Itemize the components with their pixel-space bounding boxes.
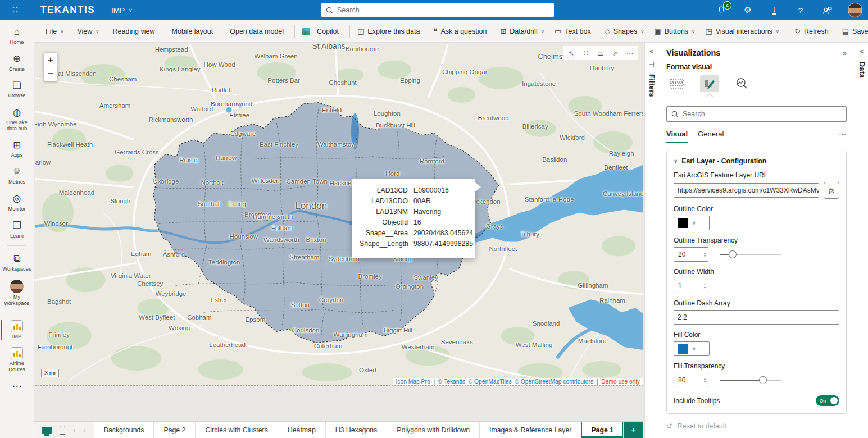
nav-item[interactable]: [7, 245, 26, 246]
nav-item[interactable]: [7, 313, 26, 313]
ribbon-item[interactable]: ❝ Ask a question: [428, 20, 495, 43]
attribution-link[interactable]: |: [432, 378, 437, 385]
spinner-arrows[interactable]: ▴▾: [704, 251, 708, 258]
fill-transparency-spinner[interactable]: 80 ▴▾: [674, 373, 708, 387]
search-input[interactable]: [337, 6, 549, 14]
nav-item[interactable]: ❐ Learn: [1, 218, 33, 240]
attribution-link[interactable]: |: [595, 378, 599, 385]
fill-transparency-slider[interactable]: [720, 376, 781, 384]
pin-pane-icon[interactable]: ⊣: [648, 61, 654, 69]
user-avatar[interactable]: [848, 3, 862, 17]
outline-transparency-slider[interactable]: [720, 250, 781, 258]
ribbon-item[interactable]: ▭ Text box: [549, 20, 599, 43]
settings-icon[interactable]: ⚙: [742, 4, 753, 16]
page-tab[interactable]: Circles with Clusters: [196, 422, 278, 438]
ribbon-item[interactable]: File ∨: [37, 20, 69, 43]
attribution-link[interactable]: Icon Map Pro: [396, 378, 430, 385]
download-icon[interactable]: ↓: [769, 4, 780, 16]
fx-conditional-format-button[interactable]: fx: [824, 182, 839, 199]
zoom-out-button[interactable]: −: [43, 67, 58, 81]
waffle-menu-icon[interactable]: [6, 0, 26, 20]
page-tab[interactable]: Page 1: [581, 422, 624, 438]
ribbon-item[interactable]: ◫ Explore this data: [352, 20, 428, 43]
ribbon-item[interactable]: ⊞ Data/drill ∨: [495, 20, 549, 43]
ribbon-item[interactable]: Mobile layout: [163, 20, 222, 43]
format-search-input[interactable]: [683, 110, 842, 118]
nav-item[interactable]: ◍ OneLake data hub: [1, 105, 33, 133]
nav-item[interactable]: ⧉ Workspaces: [1, 252, 33, 273]
outline-transparency-spinner[interactable]: 20 ▴▾: [674, 247, 708, 262]
tab-general[interactable]: General: [698, 130, 724, 139]
page-tab[interactable]: Images & Reference Layer: [480, 422, 581, 438]
page-tab[interactable]: Page 2: [154, 422, 196, 438]
page-tab[interactable]: Backgrounds: [94, 422, 154, 438]
ribbon-item[interactable]: [294, 25, 295, 38]
section-esri-layer-configuration[interactable]: ∨ Esri Layer - Configuration: [674, 157, 839, 165]
reset-to-default-button[interactable]: ↺ Reset to default: [666, 422, 847, 430]
tab-visual[interactable]: Visual: [666, 130, 688, 139]
nav-item[interactable]: My workspace: [1, 279, 33, 307]
nav-item[interactable]: ❏ Browse: [1, 78, 33, 100]
outline-width-spinner[interactable]: 1 ▴▾: [674, 279, 708, 293]
web-view-icon[interactable]: [42, 427, 52, 434]
zoom-in-button[interactable]: +: [43, 52, 58, 67]
page-tab[interactable]: Heatmap: [278, 422, 326, 438]
attribution-link[interactable]: © OpenMapTiles: [469, 378, 513, 385]
nav-item[interactable]: ♕ Metrics: [1, 165, 33, 186]
filter-icon[interactable]: ☰: [594, 47, 607, 58]
mobile-view-icon[interactable]: [60, 426, 65, 435]
nav-item[interactable]: Airline Routes: [1, 346, 33, 373]
ribbon-item[interactable]: Reading view: [104, 20, 163, 43]
nav-item[interactable]: ◎ Monitor: [1, 191, 33, 213]
ribbon-item[interactable]: Copilot: [297, 20, 347, 43]
include-tooltips-toggle[interactable]: On: [816, 395, 839, 406]
ribbon-item[interactable]: ▤ Save: [837, 20, 868, 43]
format-tab-icon[interactable]: [700, 75, 719, 92]
spinner-arrows[interactable]: ▴▾: [704, 377, 708, 384]
nav-item[interactable]: ⊕ Create: [1, 52, 33, 74]
ribbon-item[interactable]: View ∨: [69, 20, 104, 43]
fill-color-dropdown[interactable]: ∨: [674, 341, 710, 356]
attribution-link[interactable]: © OpenStreetMap contributors: [515, 378, 593, 385]
nav-item[interactable]: IMP: [1, 319, 33, 341]
previous-page-icon[interactable]: ‹: [73, 426, 75, 434]
ribbon-item[interactable]: ▣ Buttons ∨: [649, 20, 700, 43]
ribbon-item[interactable]: ↻ Refresh: [789, 20, 837, 43]
page-tab[interactable]: Polygons with Drilldown: [387, 422, 480, 438]
more-options-icon[interactable]: ⋯: [624, 47, 636, 58]
spinner-arrows[interactable]: ▴▾: [704, 282, 708, 289]
ribbon-item[interactable]: [787, 25, 787, 38]
page-tab[interactable]: H3 Hexagons: [326, 422, 388, 438]
filters-pane-title[interactable]: Filters: [648, 74, 656, 97]
analytics-tab-icon[interactable]: [733, 75, 752, 92]
feedback-icon[interactable]: [821, 4, 833, 16]
icon-map-pro-visual[interactable]: St Albans Hempstead Welham Green Broxbou…: [35, 44, 643, 386]
pin-visual-icon[interactable]: ➴: [565, 47, 578, 58]
nav-item[interactable]: ⊞ Apps: [1, 138, 33, 159]
fields-tab-icon[interactable]: [667, 75, 687, 92]
notifications-icon[interactable]: 4: [716, 4, 727, 16]
nav-item[interactable]: ⌂ Home: [1, 25, 33, 47]
attribution-link[interactable]: Demo use only: [601, 378, 640, 385]
expand-filters-icon[interactable]: «: [649, 47, 653, 55]
ribbon-item[interactable]: Open data model: [221, 20, 292, 43]
help-icon[interactable]: ?: [795, 4, 806, 16]
alerts-icon[interactable]: ⍾: [580, 47, 592, 58]
nav-item[interactable]: ⋯: [1, 378, 33, 394]
next-page-icon[interactable]: ›: [83, 426, 85, 434]
format-search[interactable]: [666, 106, 847, 122]
more-options-icon[interactable]: ⋯: [839, 130, 847, 139]
outline-color-dropdown[interactable]: ∨: [674, 216, 710, 230]
esri-url-input[interactable]: https://services9.arcgis.com/c1W33XRwDAs…: [674, 183, 819, 198]
focus-mode-icon[interactable]: ⇗: [609, 47, 621, 58]
ribbon-item[interactable]: [349, 25, 350, 38]
outline-dash-array-input[interactable]: 2 2: [674, 310, 839, 325]
expand-data-icon[interactable]: «: [860, 47, 864, 55]
global-search[interactable]: [321, 3, 554, 17]
workspace-switcher[interactable]: IMP ∨: [111, 6, 133, 15]
ribbon-item[interactable]: ◳ Visual interactions ∨: [700, 20, 784, 43]
attribution-link[interactable]: © Tekantis: [438, 378, 467, 385]
new-page-button[interactable]: +: [624, 422, 643, 438]
data-pane-title[interactable]: Data: [858, 62, 866, 78]
ribbon-item[interactable]: ◇ Shapes ∨: [599, 20, 649, 43]
